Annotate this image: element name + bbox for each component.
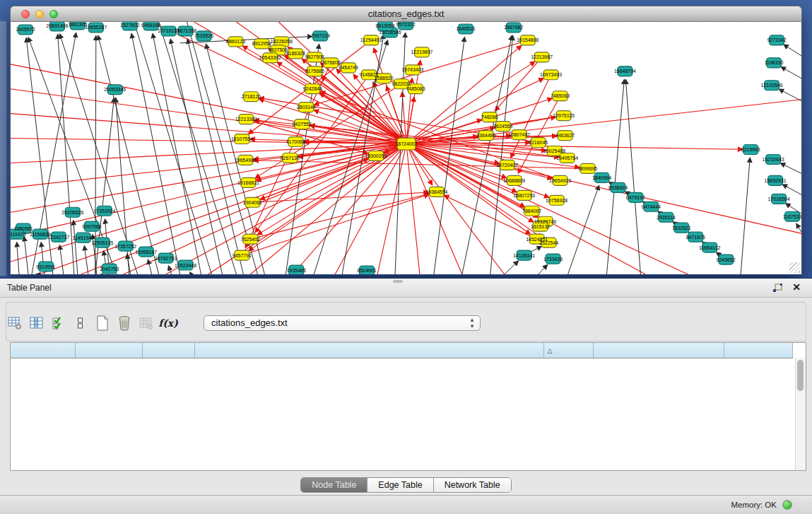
- table-cell: [11, 392, 75, 403]
- column-header-pagerank[interactable]: [724, 343, 792, 358]
- float-panel-icon[interactable]: [772, 283, 782, 292]
- import-table-icon[interactable]: [139, 315, 154, 332]
- table-scrollbar-thumb[interactable]: [797, 360, 804, 391]
- table-cell: [593, 414, 724, 426]
- column-header-short[interactable]: [593, 343, 724, 358]
- new-table-icon[interactable]: [95, 315, 110, 332]
- graph-node-label: 11254493: [360, 37, 382, 42]
- graph-edge: [169, 266, 172, 274]
- table-row[interactable]: [11, 414, 792, 426]
- table-row[interactable]: [11, 380, 792, 392]
- network-graph[interactable]: 1872400788601238912954182260589827509105…: [11, 22, 801, 274]
- graph-node-label: 19218586: [379, 30, 401, 35]
- table-row[interactable]: [11, 403, 792, 414]
- graph-node-label: 14136141: [513, 253, 535, 258]
- table-row[interactable]: [11, 448, 792, 460]
- table-row[interactable]: [11, 369, 792, 380]
- network-window-titlebar[interactable]: citations_edges.txt: [10, 6, 802, 22]
- graph-edge: [190, 272, 192, 274]
- table-cell: [543, 460, 593, 471]
- memory-status-indicator[interactable]: [782, 500, 792, 510]
- table-row[interactable]: [11, 437, 792, 448]
- table-selector-dropdown[interactable]: citations_edges.txt ▲▼: [204, 315, 481, 331]
- table-panel: Table Panel ✕: [0, 278, 812, 514]
- row-height-icon[interactable]: [73, 315, 88, 332]
- table-cell: [543, 380, 593, 392]
- graph-node-label: 20206526: [61, 210, 83, 215]
- graph-node-label: 15692931: [765, 178, 787, 183]
- graph-edge: [462, 36, 512, 274]
- table-cell: [11, 358, 75, 369]
- graph-node-label: 1861305: [68, 22, 87, 27]
- graph-node-label: 9899695: [578, 166, 597, 171]
- tab-network-table[interactable]: Network Table: [434, 478, 511, 492]
- network-window: citations_edges.txt 18724007886012389129…: [10, 6, 802, 276]
- table-cell: [543, 437, 593, 448]
- graph-edge: [406, 98, 414, 144]
- table-cell: [593, 392, 724, 403]
- column-header-year[interactable]: [142, 343, 194, 358]
- minimize-traffic-light-icon[interactable]: [35, 10, 44, 18]
- table-cell: [593, 380, 724, 392]
- graph-node-label: 8215993: [741, 147, 760, 152]
- table-scrollbar[interactable]: [795, 358, 806, 470]
- graph-node-label: 1615132: [531, 224, 550, 229]
- graph-edge: [11, 144, 406, 213]
- graph-edge: [11, 144, 406, 262]
- graph-node-label: 18300295: [365, 153, 387, 158]
- graph-node-label: 7832621: [672, 226, 691, 230]
- function-builder-icon[interactable]: f(x): [160, 315, 176, 332]
- column-header-out-de-[interactable]: △: [543, 343, 593, 358]
- network-canvas[interactable]: 1872400788601238912954182260589827509105…: [10, 22, 802, 276]
- tab-edge-table[interactable]: Edge Table: [367, 478, 433, 492]
- graph-node-label: 2676608: [322, 60, 341, 65]
- tab-node-table[interactable]: Node Table: [301, 478, 367, 492]
- graph-node-label: 19654985: [235, 158, 257, 163]
- graph-edge: [11, 144, 406, 188]
- table-panel-resize-handle[interactable]: [393, 280, 403, 283]
- graph-node-label: 9822031: [392, 81, 411, 86]
- graph-node-label: 12219897: [411, 49, 433, 54]
- column-header-name[interactable]: [11, 343, 75, 358]
- graph-node-label: 12975115: [553, 113, 575, 118]
- graph-node-label: 18720407: [496, 163, 518, 168]
- column-header-in-degree[interactable]: [75, 343, 142, 358]
- select-columns-icon[interactable]: [29, 315, 45, 332]
- zoom-traffic-light-icon[interactable]: [49, 10, 58, 18]
- window-resize-grip[interactable]: [789, 262, 800, 273]
- graph-edge: [406, 144, 420, 274]
- table-cell: [75, 460, 142, 471]
- graph-node-label: 17357252: [114, 244, 136, 249]
- graph-node-label: 2935114: [657, 215, 676, 220]
- graph-node-label: 9827508: [305, 54, 324, 59]
- close-traffic-light-icon[interactable]: [21, 10, 30, 18]
- graph-node-label: 9457791: [233, 253, 252, 258]
- table-row[interactable]: [11, 392, 792, 403]
- table-panel-header: Table Panel ✕: [0, 279, 812, 298]
- graph-node-label: 7515526: [194, 33, 213, 38]
- table-cell: [142, 414, 194, 426]
- graph-edge: [11, 64, 406, 144]
- graph-node-label: 19384554: [425, 189, 447, 194]
- close-panel-icon[interactable]: ✕: [792, 281, 801, 293]
- graph-edge: [259, 99, 406, 144]
- table-cell: [724, 369, 792, 380]
- graph-node-label: 9245652: [717, 257, 736, 262]
- delete-table-icon[interactable]: [117, 315, 132, 332]
- table-settings-icon[interactable]: [7, 315, 23, 332]
- table-cell: [724, 403, 792, 414]
- table-toolbar-icons: f(x): [7, 313, 182, 334]
- graph-node-label: 12342737: [47, 235, 69, 240]
- graph-edge: [170, 40, 222, 274]
- graph-node-label: 1733426: [543, 257, 563, 262]
- table-row[interactable]: [11, 426, 792, 437]
- table-cell: [593, 403, 724, 414]
- toggle-columns-icon[interactable]: [51, 315, 66, 332]
- table-row[interactable]: [11, 358, 792, 369]
- table-cell: [543, 426, 593, 437]
- table-row[interactable]: [11, 460, 792, 471]
- graph-node-label: 18724007: [395, 141, 417, 146]
- graph-node-label: 16782753: [155, 256, 177, 261]
- table-cell: [142, 403, 194, 414]
- column-header-title[interactable]: [194, 343, 543, 358]
